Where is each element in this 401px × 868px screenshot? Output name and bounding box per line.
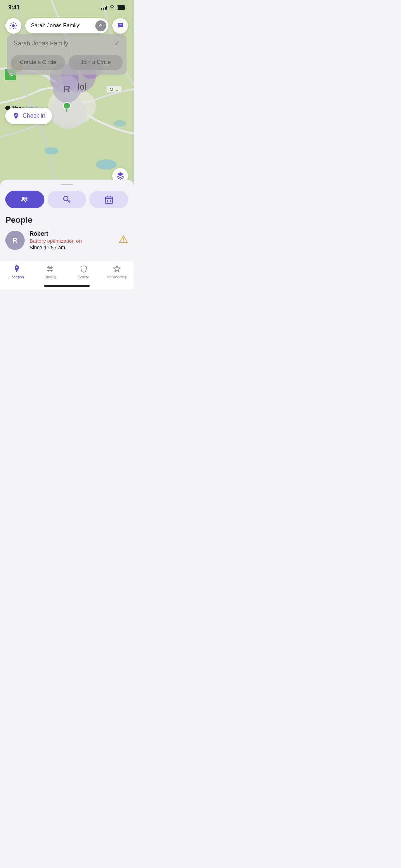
tab-icons-row: [5, 191, 128, 208]
status-bar: 9:41: [0, 0, 134, 15]
search-bar[interactable]: Sarah Jonas Family: [25, 18, 108, 33]
wifi-icon: [109, 5, 115, 10]
svg-point-10: [100, 24, 101, 26]
svg-point-9: [98, 23, 104, 28]
membership-nav-icon: [112, 264, 122, 274]
svg-point-23: [48, 270, 49, 272]
home-indicator: [44, 285, 90, 287]
checkmark-icon: ✓: [114, 39, 120, 47]
search-avatar: [95, 20, 106, 31]
nav-label-location: Location: [10, 275, 24, 279]
status-icons: [101, 5, 125, 10]
nav-item-location[interactable]: Location: [0, 264, 34, 279]
battery-icon: [117, 5, 125, 10]
svg-rect-19: [110, 200, 111, 202]
person-info: Robert Battery optimization on Since 11:…: [29, 230, 114, 250]
svg-point-21: [16, 267, 17, 268]
signal-bars: [101, 5, 107, 10]
nav-item-membership[interactable]: Membership: [100, 264, 134, 279]
settings-button[interactable]: [5, 18, 21, 34]
signal-bar-1: [101, 8, 102, 10]
chat-button[interactable]: [112, 18, 128, 34]
map-label: lol: [77, 82, 86, 92]
status-time: 9:41: [8, 4, 20, 11]
signal-bar-2: [103, 8, 104, 10]
sheet-handle: [61, 184, 73, 185]
driving-nav-icon: [45, 264, 55, 274]
tab-people-button[interactable]: [5, 191, 44, 208]
signal-bar-4: [106, 6, 107, 10]
svg-point-14: [22, 197, 25, 200]
svg-point-24: [51, 270, 52, 272]
signal-bar-3: [105, 7, 106, 10]
svg-point-5: [114, 120, 126, 127]
svg-rect-17: [105, 197, 113, 203]
top-controls: Sarah Jonas Family: [0, 18, 134, 34]
map-avatar-large: R: [53, 75, 81, 103]
tab-places-button[interactable]: [89, 191, 128, 208]
nav-item-safety[interactable]: Safety: [67, 264, 100, 279]
circle-name-row: Sarah Jonas Family ✓: [7, 34, 127, 52]
person-row: R Robert Battery optimization on Since 1…: [5, 230, 128, 250]
map-location-pin: [63, 101, 71, 113]
circle-name-label: Sarah Jonas Family: [31, 23, 79, 29]
location-nav-icon: [12, 264, 22, 274]
person-status: Battery optimization on: [29, 238, 114, 244]
svg-rect-18: [107, 200, 108, 202]
check-in-button[interactable]: Check in: [5, 108, 52, 124]
warning-icon: [119, 234, 128, 246]
person-avatar: R: [5, 231, 25, 250]
svg-point-11: [119, 24, 119, 25]
nav-label-safety: Safety: [78, 275, 89, 279]
safety-nav-icon: [79, 264, 88, 274]
circle-dropdown: Sarah Jonas Family ✓ Create a Circle Joi…: [7, 34, 127, 75]
svg-point-20: [123, 241, 124, 242]
svg-point-3: [96, 159, 117, 170]
person-name: Robert: [29, 230, 114, 237]
nav-item-driving[interactable]: Driving: [34, 264, 67, 279]
nav-label-driving: Driving: [44, 275, 56, 279]
circle-dropdown-name: Sarah Jonas Family: [14, 40, 68, 47]
circle-buttons-row: Create a Circle Join a Circle: [7, 52, 127, 75]
svg-point-8: [63, 102, 70, 109]
svg-point-13: [121, 24, 122, 25]
svg-point-4: [45, 147, 58, 154]
svg-point-15: [25, 197, 28, 200]
svg-text:SH 1: SH 1: [110, 87, 118, 91]
create-circle-button[interactable]: Create a Circle: [11, 55, 65, 70]
svg-point-12: [120, 24, 121, 25]
nav-label-membership: Membership: [107, 275, 127, 279]
person-time: Since 11:57 am: [29, 244, 114, 250]
people-section-title: People: [5, 215, 128, 225]
tab-keys-button[interactable]: [48, 191, 86, 208]
join-circle-button[interactable]: Join a Circle: [69, 55, 123, 70]
